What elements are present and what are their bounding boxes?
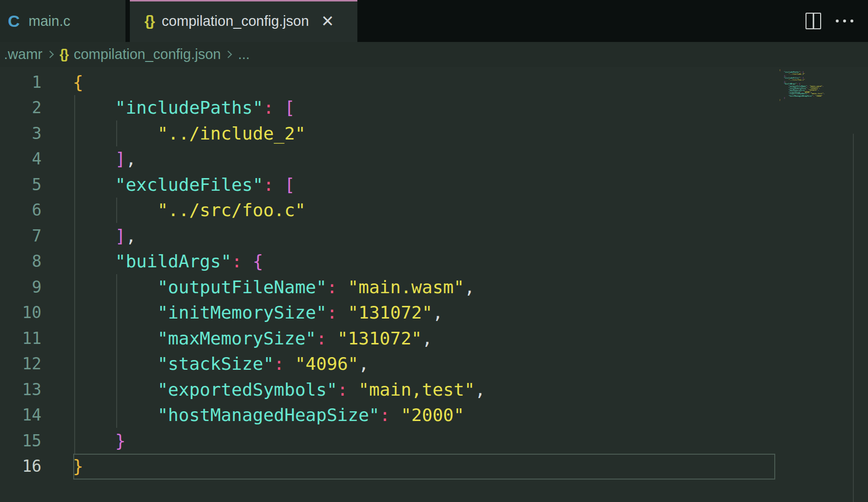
chevron-right-icon [225, 51, 232, 59]
json-file-icon: {} [145, 13, 154, 29]
code-token [73, 175, 115, 195]
code-token: { [73, 72, 83, 92]
code-token: "../include_2" [788, 73, 805, 76]
code-token: , [358, 354, 369, 374]
code-line[interactable]: 1{ [0, 69, 485, 95]
code-token: "2000" [401, 405, 464, 425]
line-number[interactable]: 1 [0, 73, 41, 92]
line-number[interactable]: 8 [0, 252, 41, 271]
code-line[interactable]: 9 "outputFileName": "main.wasm", [0, 274, 485, 300]
breadcrumb-file[interactable]: compilation_config.json [74, 46, 221, 62]
code-token: } [784, 97, 785, 99]
line-number[interactable]: 12 [0, 354, 41, 373]
code-editor[interactable]: 1{2 "includePaths": [3 "../include_2"4 ]… [0, 67, 868, 502]
line-number[interactable]: 6 [0, 201, 41, 220]
code-token: "main.wasm" [348, 277, 464, 297]
code-line[interactable]: 4 ], [0, 146, 485, 172]
line-number[interactable]: 10 [0, 303, 41, 322]
code-token: } [115, 431, 126, 451]
code-text: { [73, 72, 83, 92]
code-line[interactable]: 14 "hostManagedHeapSize": "2000" [0, 402, 485, 428]
code-token: : [263, 175, 274, 195]
tab-label: compilation_config.json [162, 13, 309, 29]
code-line[interactable]: 11 "maxMemorySize": "131072", [0, 325, 485, 351]
breadcrumb-folder[interactable]: .wamr [4, 46, 42, 62]
code-token: "131072" [337, 328, 422, 348]
code-token [73, 431, 115, 451]
code-line[interactable]: 13 "exportedSymbols": "main,test", [0, 377, 485, 402]
code-token [73, 149, 115, 169]
code-token: : [274, 354, 285, 374]
line-number[interactable]: 9 [0, 278, 41, 297]
tab-compilation-config-json[interactable]: {} compilation_config.json × [130, 0, 357, 42]
code-token [337, 277, 348, 297]
code-line[interactable]: 16} [0, 454, 485, 480]
code-text: "stackSize": "4096", [73, 354, 369, 374]
code-text: } [73, 456, 83, 476]
code-token [73, 354, 157, 374]
code-text: "../include_2" [73, 123, 306, 143]
code-line[interactable]: 2 "includePaths": [ [0, 95, 485, 121]
breadcrumb-symbol-more[interactable]: ... [238, 46, 249, 62]
code-line[interactable]: 8 "buildArgs": { [0, 249, 485, 275]
code-token: "2000" [815, 95, 822, 97]
split-editor-icon[interactable] [806, 13, 821, 29]
code-text: "excludeFiles": [ [73, 175, 295, 195]
code-line[interactable]: 7 ], [0, 223, 485, 249]
code-token [274, 175, 285, 195]
minimap[interactable]: { "includePaths": [ "../include_2" ], "e… [773, 68, 852, 498]
line-number[interactable]: 14 [0, 405, 41, 424]
minimap-line: } [779, 99, 799, 100]
code-token [73, 98, 115, 118]
code-token: "includePaths" [115, 98, 263, 118]
code-token: : [316, 328, 327, 348]
code-token: } [779, 99, 780, 101]
editor-tab-bar: C main.c {} compilation_config.json × [0, 0, 868, 42]
code-token [73, 123, 157, 143]
code-token: "exportedSymbols" [157, 380, 337, 400]
more-actions-icon[interactable] [835, 17, 854, 25]
code-line[interactable]: 5 "excludeFiles": [ [0, 172, 485, 198]
line-number[interactable]: 7 [0, 226, 41, 245]
line-number[interactable]: 3 [0, 124, 41, 143]
line-number[interactable]: 16 [0, 457, 41, 476]
code-token: : [380, 405, 391, 425]
code-token: , [824, 93, 825, 95]
line-number[interactable]: 5 [0, 175, 41, 194]
code-token: , [464, 277, 475, 297]
tab-main-c[interactable]: C main.c [0, 0, 125, 42]
code-line[interactable]: 15 } [0, 428, 485, 454]
code-line[interactable]: 10 "initMemorySize": "131072", [0, 300, 485, 326]
code-token [73, 328, 157, 348]
split-editor-divider [813, 14, 814, 28]
code-token: : [327, 302, 337, 322]
active-tab-indicator [130, 0, 357, 1]
line-number[interactable]: 11 [0, 329, 41, 348]
close-tab-icon[interactable]: × [322, 11, 334, 31]
code-token: { [253, 251, 264, 271]
code-lines: 1{2 "includePaths": [3 "../include_2"4 ]… [0, 69, 485, 479]
code-token: , [818, 89, 819, 91]
line-number[interactable]: 15 [0, 431, 41, 450]
code-token: "outputFileName" [157, 277, 327, 297]
code-token [390, 405, 401, 425]
code-token: : [337, 380, 348, 400]
line-number[interactable]: 13 [0, 380, 41, 399]
code-line[interactable]: 3 "../include_2" [0, 120, 485, 146]
code-token: "hostManagedHeapSize" [788, 95, 813, 97]
code-text: "initMemorySize": "131072", [73, 302, 443, 322]
code-token [285, 354, 295, 374]
line-number[interactable]: 4 [0, 149, 41, 168]
code-token: ] [115, 149, 126, 169]
code-text: "../src/foo.c" [73, 200, 306, 220]
code-token: , [819, 87, 820, 89]
code-token: : [263, 98, 274, 118]
code-line[interactable]: 6 "../src/foo.c" [0, 198, 485, 223]
code-line[interactable]: 12 "stackSize": "4096", [0, 351, 485, 377]
code-token [337, 302, 348, 322]
line-number[interactable]: 2 [0, 98, 41, 117]
code-token [73, 277, 157, 297]
code-text: "buildArgs": { [73, 251, 263, 271]
code-token: ] [115, 226, 126, 246]
code-token: "main,test" [358, 380, 475, 400]
